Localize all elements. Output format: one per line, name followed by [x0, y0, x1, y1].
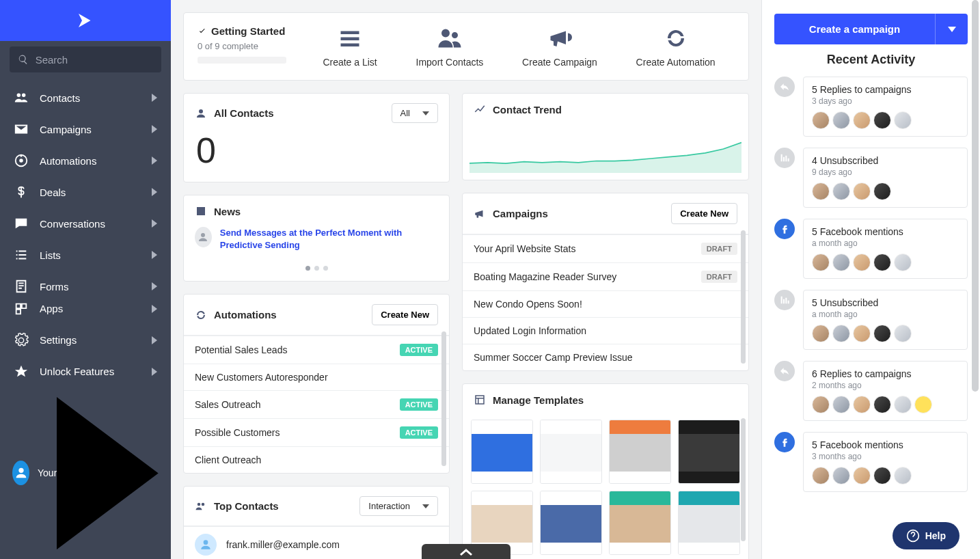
news-headline-link[interactable]: Send Messages at the Perfect Moment with… [220, 227, 438, 251]
campaign-row[interactable]: Updated Login Information [463, 317, 748, 344]
chevron-right-icon [152, 219, 157, 228]
fb-icon [774, 219, 795, 239]
create-campaign-button[interactable]: Create New [671, 203, 737, 224]
template-thumbnail[interactable] [609, 491, 671, 555]
top-contacts-sort-dropdown[interactable]: Interaction [359, 496, 438, 516]
campaigns-panel: Campaigns Create New Your April Website … [462, 193, 749, 371]
avatar [894, 254, 912, 271]
activity-card: 5 Facebook mentionsa month ago [803, 219, 968, 279]
activity-item[interactable]: 5 Unsubscribeda month ago [774, 290, 968, 350]
avatar [832, 467, 850, 485]
template-thumbnail[interactable] [471, 420, 533, 484]
activity-item[interactable]: 6 Replies to campaigns2 months ago [774, 361, 968, 421]
sidebar-item-conversations[interactable]: Conversations [0, 208, 171, 239]
sidebar-item-automations[interactable]: Automations [0, 145, 171, 176]
avatar [853, 467, 871, 485]
template-thumbnail[interactable] [678, 491, 740, 555]
sidebar-item-campaigns[interactable]: Campaigns [0, 113, 171, 145]
status-badge: DRAFT [701, 243, 737, 255]
scrollbar[interactable] [441, 331, 446, 466]
top-contacts-panel: Top Contacts Interaction frank.miller@ex… [183, 486, 450, 559]
status-badge: ACTIVE [400, 344, 438, 356]
automation-row[interactable]: Possible CustomersACTIVE [184, 418, 449, 446]
gs-action-import-contacts[interactable]: Import Contacts [416, 25, 484, 68]
template-thumbnail[interactable] [540, 491, 602, 555]
template-thumbnail[interactable] [678, 420, 740, 484]
activity-card: 5 Unsubscribeda month ago [803, 290, 968, 350]
contacts-filter-dropdown[interactable]: All [392, 103, 438, 123]
campaign-row[interactable]: Boating Magazine Reader SurveyDRAFT [463, 262, 748, 290]
help-icon [906, 529, 920, 543]
fb-icon [774, 432, 795, 452]
campaign-row[interactable]: New Condo Opens Soon! [463, 290, 748, 317]
activity-item[interactable]: 4 Unsubscribed9 days ago [774, 148, 968, 208]
search-box[interactable] [10, 46, 161, 72]
scrollbar[interactable] [741, 418, 746, 541]
activity-avatars [812, 254, 959, 271]
search-input[interactable] [36, 54, 153, 66]
avatar [873, 467, 891, 485]
campaign-row[interactable]: Summer Soccer Camp Preview Issue [463, 344, 748, 370]
campaign-name: Boating Magazine Reader Survey [474, 271, 616, 282]
avatar [832, 396, 850, 413]
sidebar-item-contacts[interactable]: Contacts [0, 82, 171, 113]
news-pagination-dots[interactable] [184, 262, 449, 281]
gs-action-create-campaign[interactable]: Create Campaign [522, 25, 597, 68]
scrollbar[interactable] [741, 230, 746, 364]
template-thumbnail[interactable] [540, 420, 602, 484]
template-thumbnail[interactable] [609, 420, 671, 484]
activity-title: 5 Facebook mentions [812, 439, 959, 450]
avatar [832, 111, 850, 129]
activity-item[interactable]: 5 Facebook mentions3 months ago [774, 432, 968, 492]
automation-row[interactable]: Client Outreach [184, 446, 449, 473]
avatar [853, 254, 871, 271]
avatar [853, 111, 871, 129]
contact-trend-panel: Contact Trend [462, 93, 749, 180]
bottom-tray-toggle[interactable] [422, 544, 511, 559]
activity-item[interactable]: 5 Facebook mentionsa month ago [774, 219, 968, 279]
automation-row[interactable]: Potential Sales LeadsACTIVE [184, 336, 449, 364]
news-author-avatar [195, 227, 212, 247]
automation-name: Potential Sales Leads [195, 344, 287, 355]
campaign-row[interactable]: Your April Website StatsDRAFT [463, 234, 748, 262]
sidebar-item-forms[interactable]: Forms [0, 271, 171, 293]
logo-bar[interactable] [0, 0, 171, 41]
sidebar-item-settings[interactable]: Settings [0, 325, 171, 356]
chevron-right-icon [152, 282, 157, 290]
avatar [832, 254, 850, 271]
avatar [812, 182, 830, 200]
contact-email: frank.miller@example.com [226, 539, 340, 550]
sidebar-user[interactable]: Your [0, 387, 171, 559]
sidebar-item-apps[interactable]: Apps [0, 293, 171, 325]
chevron-right-icon [152, 125, 157, 133]
chevron-right-icon [152, 156, 157, 165]
templates-panel: Manage Templates [462, 383, 749, 559]
nav-main: Contacts Campaigns Automations Deals Con [0, 78, 171, 293]
automation-row[interactable]: Sales OutreachACTIVE [184, 390, 449, 418]
create-automation-button[interactable]: Create New [372, 304, 438, 325]
right-column: Create a campaign Recent Activity 5 Repl… [761, 0, 980, 559]
activity-time: 9 days ago [812, 167, 959, 177]
panel-title: Campaigns [493, 208, 671, 219]
activity-item[interactable]: 5 Replies to campaigns3 days ago [774, 77, 968, 137]
campaign-name: Your April Website Stats [474, 243, 575, 254]
chevron-right-icon [152, 94, 157, 102]
layout-icon [474, 394, 486, 406]
main-content: Getting Started 0 of 9 complete Create a… [171, 0, 761, 559]
contact-row[interactable]: frank.miller@example.com [184, 526, 449, 559]
nav-bottom: Apps Settings Unlock Features Your [0, 293, 171, 559]
scrollbar[interactable] [972, 0, 979, 392]
avatar [853, 325, 871, 342]
gs-action-create-list[interactable]: Create a List [323, 25, 377, 68]
create-campaign-cta[interactable]: Create a campaign [774, 14, 935, 44]
sidebar-item-deals[interactable]: Deals [0, 176, 171, 208]
help-button[interactable]: Help [893, 522, 959, 549]
create-campaign-cta-dropdown[interactable] [935, 14, 968, 44]
people-icon [195, 500, 207, 513]
gs-action-create-automation[interactable]: Create Automation [636, 25, 716, 68]
caret-down-icon [948, 27, 956, 32]
sidebar-item-unlock[interactable]: Unlock Features [0, 356, 171, 387]
activity-avatars [812, 111, 959, 129]
automation-row[interactable]: New Customers Autoresponder [184, 364, 449, 390]
sidebar-item-lists[interactable]: Lists [0, 239, 171, 271]
